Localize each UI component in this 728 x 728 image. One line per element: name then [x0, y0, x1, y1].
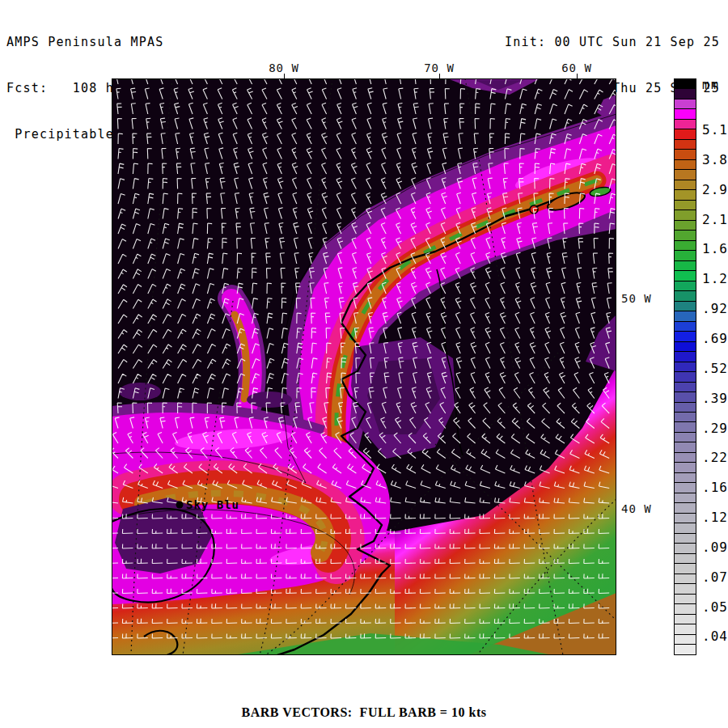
colorbar-swatch: [675, 614, 696, 624]
colorbar-swatch: [675, 311, 696, 320]
colorbar-swatch: [675, 79, 696, 88]
colorbar-label: 5.16: [702, 122, 728, 138]
longitude-label-right: 50 W: [621, 292, 652, 305]
colorbar-swatch: [675, 88, 696, 98]
purple-spot-2: [247, 392, 292, 408]
colorbar-swatch: [675, 402, 696, 412]
colorbar-label: 1.23: [702, 271, 728, 286]
pwv-field-map: [112, 78, 616, 655]
colorbar-label: 2.19: [702, 212, 728, 227]
colorbar-swatch: [675, 180, 696, 189]
colorbar-swatch: [675, 99, 696, 108]
colorbar-swatch: [675, 533, 696, 543]
colorbar-label: .22: [702, 450, 728, 465]
weather-product-page: { "header": { "title": "AMPS Peninsula M…: [0, 0, 728, 728]
colorbar-swatch: [675, 290, 696, 300]
colorbar-unit: mm: [702, 78, 720, 92]
colorbar-swatch: [675, 421, 696, 431]
station-marker-dot: [176, 502, 184, 509]
model-title: AMPS Peninsula MPAS: [6, 35, 214, 50]
colorbar-swatch: [675, 321, 696, 331]
colorbar-swatch: [675, 502, 696, 512]
colorbar-swatch: [675, 603, 696, 613]
colorbar-swatch: [675, 189, 696, 199]
colorbar-label: 3.88: [702, 152, 728, 167]
map-canvas: Sky Blu: [112, 78, 616, 655]
longitude-label-top: 80 W: [269, 61, 299, 74]
colorbar-swatch: [675, 230, 696, 239]
colorbar-swatch: [675, 119, 696, 129]
colorbar-swatch: [675, 129, 696, 138]
colorbar-swatch: [675, 220, 696, 230]
colorbar-swatch: [675, 260, 696, 270]
init-time: Init: 00 UTC Sun 21 Sep 25: [497, 35, 720, 50]
longitude-label-top: 60 W: [561, 61, 592, 74]
colorbar-swatch: [675, 452, 696, 462]
colorbar-label: .05: [702, 599, 728, 615]
colorbar-swatches: [674, 78, 696, 655]
colorbar-swatch: [675, 392, 696, 401]
colorbar-swatch: [675, 634, 696, 644]
barb-legend-caption: BARB VECTORS: FULL BARB = 10 kts: [0, 705, 728, 720]
colorbar-swatch: [675, 432, 696, 442]
colorbar-swatch: [675, 108, 696, 118]
station-label: Sky Blu: [186, 498, 239, 511]
colorbar-swatch: [675, 594, 696, 603]
colorbar-swatch: [675, 382, 696, 392]
colorbar-label: .29: [702, 421, 728, 436]
colorbar-swatch: [675, 200, 696, 210]
colorbar-label: .52: [702, 361, 728, 376]
colorbar-swatch: [675, 472, 696, 482]
colorbar-swatch: [675, 371, 696, 381]
colorbar-label: 2.91: [702, 182, 728, 197]
colorbar-swatch: [675, 159, 696, 169]
colorbar-swatch: [675, 513, 696, 523]
colorbar-swatch: [675, 523, 696, 532]
colorbar-swatch: [675, 169, 696, 179]
colorbar-label: .69: [702, 331, 728, 346]
colorbar-swatch: [675, 574, 696, 583]
colorbar-swatch: [675, 493, 696, 502]
colorbar-swatch: [675, 442, 696, 451]
colorbar-swatch: [675, 341, 696, 351]
colorbar-label: 1.64: [702, 241, 728, 256]
colorbar-swatch: [675, 624, 696, 633]
colorbar-swatch: [675, 281, 696, 290]
colorbar-swatch: [675, 563, 696, 573]
colorbar-swatch: [675, 543, 696, 552]
colorbar-swatch: [675, 250, 696, 260]
colorbar-swatch: [675, 362, 696, 371]
colorbar-swatch: [675, 644, 696, 654]
colorbar-swatch: [675, 270, 696, 280]
colorbar-swatch: [675, 331, 696, 341]
colorbar-label: .07: [702, 569, 728, 585]
colorbar-swatch: [675, 301, 696, 311]
colorbar-swatch: [675, 482, 696, 492]
longitude-label-top: 70 W: [424, 61, 455, 74]
colorbar-swatch: [675, 553, 696, 563]
colorbar-swatch: [675, 412, 696, 421]
longitude-label-right: 40 W: [621, 502, 652, 515]
colorbar-swatch: [675, 139, 696, 149]
colorbar-label: .12: [702, 510, 728, 525]
colorbar-swatch: [675, 210, 696, 219]
colorbar-swatch: [675, 240, 696, 250]
purple-spot-1: [119, 383, 161, 400]
colorbar-label: .92: [702, 301, 728, 316]
colorbar-label: .16: [702, 480, 728, 495]
colorbar-label: .39: [702, 391, 728, 406]
colorbar-label: .09: [702, 540, 728, 555]
colorbar-swatch: [675, 149, 696, 159]
colorbar-swatch: [675, 462, 696, 472]
colorbar-label: .04: [702, 629, 728, 644]
colorbar-swatch: [675, 351, 696, 361]
colorbar-swatch: [675, 583, 696, 593]
